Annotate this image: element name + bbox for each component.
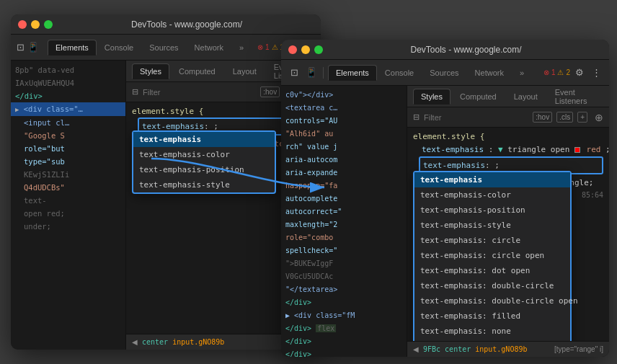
css-colon: : — [489, 145, 498, 154]
devtools-window-2: DevTools - www.google.com/ ⊡ 📱 Elements … — [281, 40, 609, 357]
desktop: DevTools - www.google.com/ ⊡ 📱 Elements … — [0, 0, 617, 364]
autocomplete-item-2[interactable]: text-emphasis: circle open — [414, 248, 570, 263]
autocomplete-item-2[interactable]: text-emphasis-color — [414, 187, 570, 203]
minimize-button-2[interactable] — [301, 45, 310, 54]
tab-sources-1[interactable]: Sources — [141, 40, 186, 56]
main-tabs-1: Elements Console Sources Network » — [48, 40, 252, 56]
elem-line: ">BUKEwIggF — [281, 257, 407, 270]
cls-button-2[interactable]: .cls — [556, 112, 573, 123]
tab-sources-2[interactable]: Sources — [422, 65, 466, 81]
hov-button-2[interactable]: :hov — [533, 112, 552, 123]
error-icon-2: ⊗ — [543, 68, 549, 76]
titlebar-2: DevTools - www.google.com/ — [281, 40, 609, 60]
tab-layout-2[interactable]: Layout — [506, 89, 546, 105]
css-block-2: element.style { text-emphasis : ▼ triang… — [413, 132, 603, 203]
tab-more-2[interactable]: » — [512, 65, 532, 81]
elem-line: maxlength="2 — [281, 218, 407, 231]
tab-network-2[interactable]: Network — [467, 65, 512, 81]
elem-line-selected[interactable]: ▶ <div class="… — [11, 102, 125, 116]
window-title-2: DevTools - www.google.com/ — [330, 45, 602, 55]
elem-line: </div> flex — [281, 322, 407, 335]
settings-icon-2[interactable]: ⚙ — [572, 66, 587, 80]
tab-network-1[interactable]: Network — [187, 40, 231, 56]
editing-prop-2: text-emphasis — [423, 159, 485, 172]
toolbar-sep-2 — [323, 67, 324, 79]
window-title-1: DevTools - www.google.com/ — [60, 19, 314, 30]
color-swatch-red[interactable] — [574, 147, 580, 153]
autocomplete-item-2[interactable]: text-emphasis-style — [414, 218, 570, 233]
inspect-icon-2[interactable]: ⊡ — [287, 66, 301, 80]
warn-icon-2: ⚠ — [557, 68, 564, 76]
elem-line: <input cl… — [11, 116, 125, 129]
tab-event-listeners-2[interactable]: Event Listeners — [547, 86, 603, 109]
autocomplete-item-2[interactable]: text-emphasis-position — [414, 203, 570, 218]
error-count-1: 1 — [265, 43, 270, 51]
elem-line: under; — [11, 220, 125, 233]
elem-line: rch" value j — [281, 141, 407, 154]
close-button-2[interactable] — [288, 45, 297, 54]
elem-line: type="sub — [11, 155, 125, 168]
minimize-button-1[interactable] — [31, 20, 40, 29]
maximize-button-2[interactable] — [314, 45, 323, 54]
autocomplete-item-2[interactable]: text-emphasis: filled — [414, 308, 570, 324]
elem-line: </div> — [11, 89, 125, 102]
styles-content-2: element.style { text-emphasis : ▼ triang… — [407, 128, 609, 341]
tab-console-2[interactable]: Console — [377, 65, 422, 81]
maximize-button-1[interactable] — [44, 20, 53, 29]
error-icon-1: ⊗ — [257, 43, 263, 51]
elem-line: autocomplete — [281, 192, 407, 205]
filter-input-1[interactable] — [143, 88, 256, 97]
device-icon[interactable]: 📱 — [27, 40, 39, 55]
css-editing-area-2: text-emphasis : ; text-emphasis text-emp… — [413, 156, 603, 174]
autocomplete-item[interactable]: text-emphasis — [133, 132, 275, 147]
css-semicolon: ; — [605, 145, 609, 154]
bottom-bar-2: ◀ 9FBc center input.gNO89b [type="range"… — [407, 341, 609, 357]
toolbar-2: ⊡ 📱 Elements Console Sources Network » ⊗… — [281, 60, 609, 86]
elem-line: text- — [11, 194, 125, 207]
bottom-tag-center-2: center — [445, 345, 471, 353]
tab-styles-1[interactable]: Styles — [132, 63, 169, 79]
tab-elements-1[interactable]: Elements — [48, 40, 97, 56]
elem-line: c0v"></div> — [281, 89, 407, 102]
tab-computed-1[interactable]: Computed — [171, 63, 223, 79]
autocomplete-item[interactable]: text-emphasis-position — [133, 162, 275, 177]
tab-layout-1[interactable]: Layout — [225, 63, 265, 79]
hov-button-1[interactable]: :hov — [260, 86, 280, 97]
elem-line: autocorrect=" — [281, 205, 407, 218]
line-number-2: 85:64 — [582, 189, 603, 201]
close-button-1[interactable] — [18, 20, 27, 29]
device-icon-2[interactable]: 📱 — [304, 66, 319, 80]
autocomplete-item-2[interactable]: text-emphasis: none — [414, 324, 570, 339]
inspect-icon[interactable]: ⊡ — [17, 40, 25, 55]
autocomplete-item[interactable]: text-emphasis-style — [133, 177, 275, 192]
filter-bar-2: ⊟ :hov .cls + ⊕ — [407, 107, 609, 128]
css-line-emphasis-color: text-emphasis : ▼ triangle open red ; 80… — [413, 143, 603, 156]
tab-console-1[interactable]: Console — [97, 40, 141, 56]
editing-colon-2: : ; — [485, 159, 500, 172]
autocomplete-item-2[interactable]: text-emphasis: double-circle open — [414, 293, 570, 308]
add-rule-button-2[interactable]: + — [577, 112, 587, 123]
menu-icon-2[interactable]: ⋮ — [589, 66, 603, 80]
editing-line-2: text-emphasis : ; — [423, 159, 582, 172]
autocomplete-item-2[interactable]: text-emphasis: circle — [414, 233, 570, 248]
sidebar-toggle-2[interactable]: ⊕ — [595, 112, 603, 123]
autocomplete-item-2[interactable]: text-emphasis: open — [414, 339, 570, 341]
elem-line: Q4dUDCBs" — [11, 181, 125, 194]
autocomplete-item-2[interactable]: text-emphasis: double-circle — [414, 278, 570, 293]
tab-styles-2[interactable]: Styles — [413, 89, 450, 105]
bottom-arrow-1: ◀ — [132, 338, 138, 346]
tab-elements-2[interactable]: Elements — [328, 65, 377, 81]
elem-line: open red; — [11, 207, 125, 220]
tab-more-1[interactable]: » — [231, 40, 252, 56]
elem-line: </div> — [281, 296, 407, 309]
autocomplete-item-2[interactable]: text-emphasis: dot open — [414, 263, 570, 278]
elem-line: spellcheck=" — [281, 244, 407, 257]
autocomplete-item[interactable]: text-emphasis-color — [133, 147, 275, 162]
elements-tree-1: 8pb" data-ved IAxUqWUEAHQU4 </div> ▶ <di… — [11, 61, 126, 350]
traffic-lights-1 — [18, 20, 53, 29]
tab-computed-2[interactable]: Computed — [452, 89, 505, 105]
css-selector-2: element.style { — [413, 132, 603, 141]
css-val-triangle: triangle open — [507, 145, 574, 154]
autocomplete-item-2[interactable]: text-emphasis — [414, 172, 570, 187]
filter-input-2[interactable] — [424, 113, 528, 122]
